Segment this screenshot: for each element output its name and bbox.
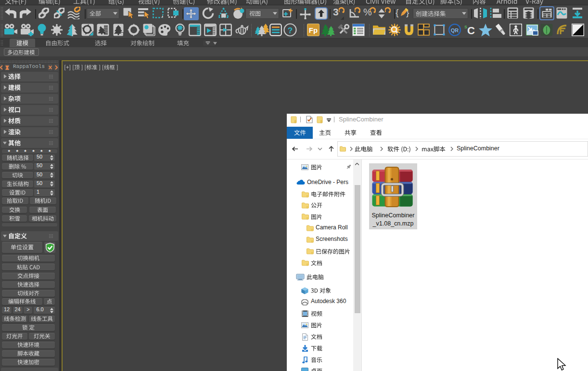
svg-text:?: ? bbox=[288, 26, 293, 35]
svg-text:s: s bbox=[464, 24, 467, 29]
svg-text:QR: QR bbox=[451, 27, 459, 33]
svg-text:C: C bbox=[467, 25, 475, 36]
svg-text:Fp: Fp bbox=[309, 26, 318, 34]
